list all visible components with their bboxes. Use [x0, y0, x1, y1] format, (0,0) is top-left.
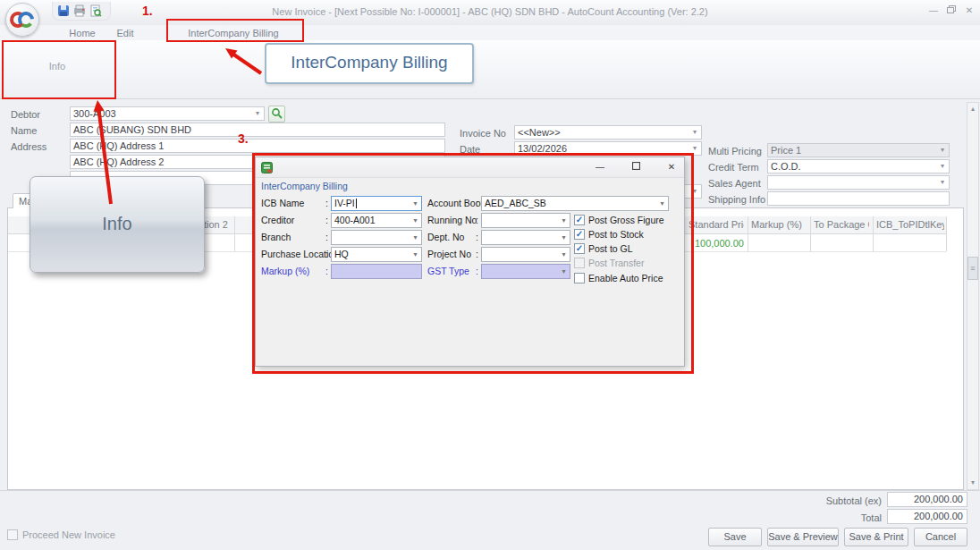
annotation-step-1: 1. [142, 4, 153, 18]
date-field[interactable]: 13/02/2026 [514, 141, 702, 156]
gst-type-label: GST Type [427, 264, 469, 279]
dropdown-icon[interactable] [410, 214, 420, 227]
grid-header-icb-topidtlkey[interactable]: ICB_ToPIDtlKey [876, 219, 944, 230]
scroll-down-icon[interactable]: ▾ [967, 477, 978, 489]
dropdown-icon[interactable] [410, 231, 420, 244]
colon: : [325, 213, 328, 228]
dialog-minimize-button[interactable]: — [588, 160, 612, 174]
minimize-button[interactable]: — [926, 4, 941, 17]
invoice-no-value: <<New>> [518, 127, 561, 138]
search-icon [271, 107, 283, 119]
post-to-stock-checkbox[interactable]: ✓ [574, 229, 585, 240]
name-field[interactable]: ABC (SUBANG) SDN BHD [70, 123, 445, 137]
purchase-location-field[interactable]: HQ [331, 247, 422, 262]
grid-column-line [810, 216, 811, 251]
dialog-close-button[interactable]: ✕ [660, 160, 683, 174]
grid-cell-standard-price[interactable]: 100,000.00 [687, 238, 744, 249]
address-line1-value: ABC (HQ) Address 1 [73, 140, 164, 151]
dropdown-icon[interactable] [689, 126, 700, 139]
icb-name-value: IV-PI [334, 198, 355, 208]
vertical-scrollbar[interactable]: ▴ ≡ ▾ [967, 102, 979, 490]
shipping-info-field[interactable] [767, 191, 950, 206]
tab-home[interactable]: Home [63, 26, 102, 40]
dialog-maximize-button[interactable] [624, 160, 647, 174]
grid-header-standard-price[interactable]: Standard Price [689, 219, 744, 230]
post-transfer-checkbox [574, 258, 585, 268]
maximize-button[interactable] [944, 4, 959, 17]
debtor-field[interactable]: 300-A003 [70, 106, 265, 121]
markup-field[interactable] [331, 264, 422, 279]
dropdown-icon[interactable] [559, 248, 569, 261]
scroll-up-icon[interactable]: ▴ [967, 103, 978, 115]
multi-pricing-value: Price 1 [771, 145, 801, 156]
credit-term-label: Credit Term [708, 160, 759, 174]
dropdown-icon[interactable] [559, 265, 569, 278]
project-no-field[interactable] [481, 247, 570, 262]
save-and-preview-button[interactable]: Save & Preview [767, 528, 839, 546]
cancel-button[interactable]: Cancel [914, 528, 967, 546]
dropdown-icon[interactable] [410, 248, 420, 261]
address-line1-field[interactable]: ABC (HQ) Address 1 [70, 139, 445, 153]
account-book-field[interactable]: AED_ABC_SB [481, 196, 669, 211]
enable-auto-price-label: Enable Auto Price [588, 273, 663, 284]
save-and-print-button[interactable]: Save & Print [844, 528, 908, 546]
save-button[interactable]: Save [708, 528, 762, 546]
credit-term-field[interactable]: C.O.D. [767, 159, 950, 173]
dropdown-icon[interactable] [559, 214, 569, 227]
sales-agent-field[interactable] [767, 175, 950, 190]
running-no-field[interactable] [481, 213, 570, 228]
grid-column-line [946, 216, 947, 251]
colon: : [476, 230, 478, 245]
ribbon-info-button[interactable]: Info [2, 61, 113, 72]
invoice-no-field[interactable]: <<New>> [514, 125, 702, 140]
icb-name-label: ICB Name [261, 196, 304, 211]
scrollbar-thumb[interactable]: ≡ [967, 257, 978, 280]
post-gross-figure-checkbox[interactable]: ✓ [574, 215, 585, 225]
dropdown-icon[interactable] [252, 107, 263, 120]
dialog-titlebar[interactable] [256, 157, 684, 178]
invoice-no-label: Invoice No [460, 126, 506, 140]
dropdown-icon[interactable] [937, 176, 948, 189]
tab-intercompany-billing[interactable]: InterCompany Billing [172, 26, 295, 40]
dropdown-icon[interactable] [559, 231, 569, 244]
grid-header-markup[interactable]: Markup (%) [751, 219, 807, 230]
name-label: Name [11, 123, 37, 138]
dropdown-icon[interactable] [937, 160, 948, 173]
close-button[interactable]: ✕ [962, 4, 976, 17]
grid-header-fragment[interactable]: tion 2 [204, 219, 228, 230]
creditor-field[interactable]: 400-A001 [331, 213, 422, 228]
gst-type-field[interactable] [481, 264, 570, 279]
post-to-gl-label: Post to GL [588, 243, 633, 255]
save-icon[interactable] [57, 4, 70, 17]
debtor-search-button[interactable] [268, 106, 285, 123]
icb-name-field[interactable]: IV-PI [331, 196, 422, 211]
subtotal-field: 200,000.00 [887, 492, 967, 507]
application-menu-button[interactable] [5, 3, 39, 37]
shipping-info-label: Shipping Info [708, 192, 765, 207]
post-to-gl-checkbox[interactable]: ✓ [574, 243, 585, 254]
print-preview-icon[interactable] [89, 4, 102, 17]
colon: : [476, 247, 478, 262]
restore-icon [947, 5, 956, 13]
branch-label: Branch [261, 230, 291, 245]
grid-column-line [873, 216, 874, 251]
annotation-step-3: 3. [238, 131, 249, 146]
enable-auto-price-checkbox[interactable] [574, 273, 585, 283]
colon: : [476, 264, 478, 279]
colon: : [325, 196, 328, 211]
grid-header-to-package-co[interactable]: To Package Co... [814, 219, 869, 230]
dropdown-icon[interactable] [410, 197, 420, 210]
dept-no-field[interactable] [481, 230, 570, 245]
dropdown-icon[interactable] [689, 142, 700, 155]
dropdown-icon[interactable] [689, 185, 700, 198]
sales-agent-label: Sales Agent [708, 176, 761, 190]
dropdown-icon[interactable] [657, 197, 667, 210]
tab-edit[interactable]: Edit [107, 26, 143, 40]
print-icon[interactable] [73, 4, 86, 17]
project-no-label: Project No [427, 247, 471, 262]
post-gross-figure-label: Post Gross Figure [588, 215, 664, 226]
grid-column-line [748, 216, 748, 251]
creditor-label: Creditor [261, 213, 294, 228]
date-value: 13/02/2026 [518, 143, 567, 154]
branch-field[interactable] [331, 230, 422, 245]
